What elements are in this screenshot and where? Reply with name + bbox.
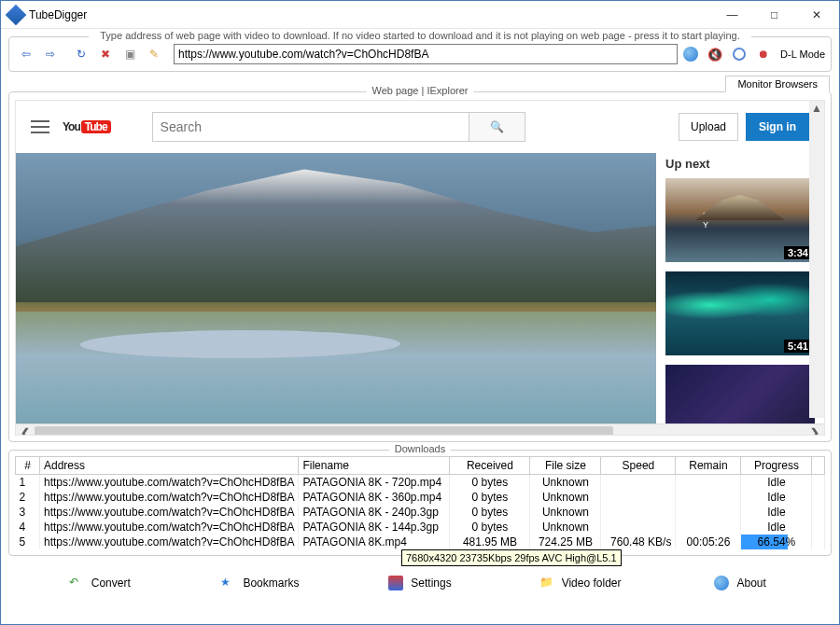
bookmarks-button[interactable]: ★Bookmarks xyxy=(194,571,325,595)
downloads-legend: Downloads xyxy=(389,443,451,454)
upnext-thumb-3[interactable] xyxy=(665,365,815,424)
about-button[interactable]: About xyxy=(675,571,805,595)
settings-icon xyxy=(388,576,403,590)
vertical-scrollbar[interactable]: ▲ xyxy=(809,101,824,418)
thumb-duration: 5:41 xyxy=(784,340,812,353)
upnext-thumb-1[interactable]: N O R W A Y 3:34 xyxy=(665,178,815,262)
document-button[interactable]: ▣ xyxy=(119,43,141,65)
thumb-label: N O R W A Y xyxy=(703,211,777,229)
record-button[interactable]: ⏺ xyxy=(752,43,775,65)
folder-icon: 📁 xyxy=(539,576,554,590)
col-address[interactable]: Address xyxy=(40,457,299,475)
youtube-header: YouTube 🔍 Upload Sign in xyxy=(16,101,824,153)
clock-button[interactable] xyxy=(728,43,750,65)
monitor-tab-label: Monitor Browsers xyxy=(725,76,830,92)
downloads-table: # Address Filename Received File size Sp… xyxy=(15,456,825,549)
titlebar: TubeDigger — □ ✕ xyxy=(1,1,839,29)
video-player[interactable] xyxy=(16,153,656,424)
bottom-toolbar: ↶Convert ★Bookmarks Settings 📁Video fold… xyxy=(1,563,839,603)
convert-button[interactable]: ↶Convert xyxy=(35,571,165,595)
col-filename[interactable]: Filename xyxy=(299,457,450,475)
video-info-tooltip: 7680x4320 23735Kbps 29fps AVC High@L5.1 xyxy=(401,549,622,566)
url-input[interactable] xyxy=(174,44,678,64)
scroll-right-icon[interactable]: ❯ xyxy=(805,426,824,437)
upnext-heading: Up next xyxy=(665,157,815,171)
close-button[interactable]: ✕ xyxy=(795,1,837,29)
dlmode-label[interactable]: D-L Mode xyxy=(780,49,825,60)
browser-frame: YouTube 🔍 Upload Sign in Up next xyxy=(15,100,825,436)
thumb-duration: 3:34 xyxy=(784,246,812,259)
app-icon xyxy=(6,4,27,25)
webpage-group: Web page | IExplorer YouTube 🔍 Upload Si… xyxy=(8,91,832,442)
window-title: TubeDigger xyxy=(29,8,711,21)
youtube-logo[interactable]: YouTube xyxy=(63,120,111,133)
address-hint: Type address of web page with video to d… xyxy=(89,30,751,41)
menu-icon[interactable] xyxy=(31,120,49,133)
forward-button[interactable]: ⇨ xyxy=(39,43,62,65)
table-header-row: # Address Filename Received File size Sp… xyxy=(16,457,825,475)
search-input[interactable] xyxy=(152,112,469,142)
signin-button[interactable]: Sign in xyxy=(746,113,809,141)
table-row[interactable]: 1https://www.youtube.com/watch?v=ChOhcHD… xyxy=(16,475,825,491)
about-icon xyxy=(714,576,729,590)
back-button[interactable]: ⇦ xyxy=(15,43,37,65)
search-icon: 🔍 xyxy=(490,120,504,133)
star-icon: ★ xyxy=(220,576,235,590)
maximize-button[interactable]: □ xyxy=(753,1,795,29)
globe-button[interactable] xyxy=(679,43,702,65)
upnext-thumb-2[interactable]: 5:41 xyxy=(665,271,815,355)
col-remain[interactable]: Remain xyxy=(676,457,741,475)
upnext-sidebar: Up next N O R W A Y 3:34 5:41 xyxy=(656,153,824,424)
col-progress[interactable]: Progress xyxy=(741,457,812,475)
refresh-button[interactable]: ↻ xyxy=(70,43,92,65)
youtube-search: 🔍 xyxy=(152,112,525,142)
table-row[interactable]: 2https://www.youtube.com/watch?v=ChOhcHD… xyxy=(16,490,825,505)
upload-button[interactable]: Upload xyxy=(679,113,738,141)
table-row[interactable]: 4https://www.youtube.com/watch?v=ChOhcHD… xyxy=(16,520,825,535)
table-row[interactable]: 5https://www.youtube.com/watch?v=ChOhcHD… xyxy=(16,535,825,549)
address-group: Type address of web page with video to d… xyxy=(8,36,832,72)
mute-button[interactable]: 🔇 xyxy=(704,43,726,65)
col-speed[interactable]: Speed xyxy=(601,457,676,475)
minimize-button[interactable]: — xyxy=(711,1,753,29)
settings-button[interactable]: Settings xyxy=(355,571,485,595)
clock-icon xyxy=(733,48,746,61)
col-num[interactable]: # xyxy=(16,457,40,475)
edit-button[interactable]: ✎ xyxy=(143,43,165,65)
col-filesize[interactable]: File size xyxy=(530,457,601,475)
webpage-legend: Web page | IExplorer xyxy=(367,85,474,96)
horizontal-scrollbar[interactable]: ❮ ❯ xyxy=(16,424,824,436)
col-spacer xyxy=(812,457,825,475)
downloads-group: Downloads # Address Filename Received Fi… xyxy=(8,450,832,556)
globe-icon xyxy=(683,47,698,62)
table-row[interactable]: 3https://www.youtube.com/watch?v=ChOhcHD… xyxy=(16,505,825,520)
convert-icon: ↶ xyxy=(69,576,84,590)
scroll-left-icon[interactable]: ❮ xyxy=(16,426,35,437)
col-received[interactable]: Received xyxy=(450,457,530,475)
search-button[interactable]: 🔍 xyxy=(469,112,525,142)
video-folder-button[interactable]: 📁Video folder xyxy=(515,571,646,595)
stop-button[interactable]: ✖ xyxy=(94,43,117,65)
